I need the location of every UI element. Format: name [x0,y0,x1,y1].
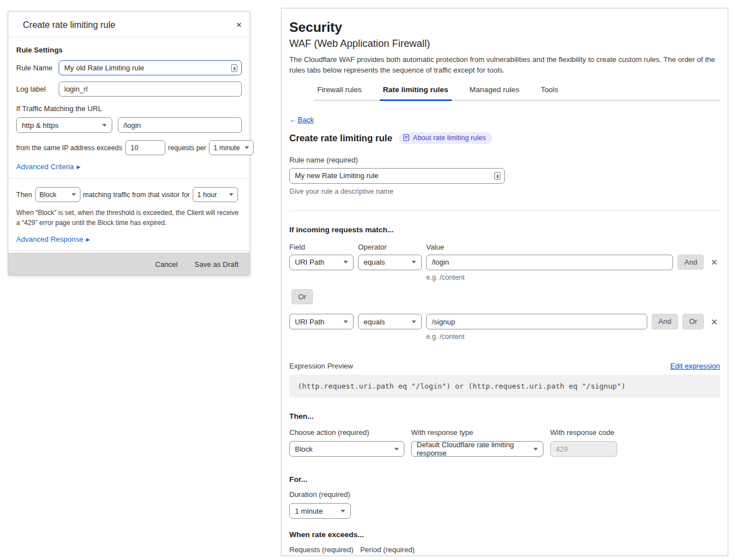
chevron-down-icon [343,261,348,264]
period-select-value: 1 minute [213,144,240,152]
choose-action-select[interactable]: Block [289,441,404,457]
chevron-down-icon [412,320,416,323]
about-rate-limiting-badge[interactable]: About rate limiting rules [399,132,492,144]
and-condition-button[interactable]: And [677,255,704,270]
edit-expression-link[interactable]: Edit expression [670,362,720,370]
rule-name-input[interactable] [289,168,505,184]
tab-rate-limiting-rules[interactable]: Rate limiting rules [380,85,452,101]
then-label: Then [16,191,32,199]
period-select[interactable]: 1 minute [209,140,254,155]
modal-body: Rule Settings Rule Name Log label If Tra… [8,46,250,267]
period-col: Period (required) 1 minute [360,545,419,556]
remove-condition-icon[interactable]: ✕ [708,317,720,327]
requests-label: Requests (required) [289,545,354,554]
or-condition-button[interactable]: Or [292,289,313,305]
response-type-select[interactable]: Default Cloudflare rate limiting respons… [411,441,543,457]
period-label: Period (required) [360,545,419,554]
url-match-row: http & https [16,117,242,133]
choose-action-value: Block [295,445,313,453]
url-input[interactable] [118,117,242,133]
response-type-value: Default Cloudflare rate limiting respons… [417,441,529,457]
back-link[interactable]: ← Back [289,116,720,124]
close-icon[interactable]: × [236,20,242,30]
field-select[interactable]: URI Path [289,314,354,329]
or-condition-button[interactable]: Or [682,314,704,329]
field-select[interactable]: URI Path [289,255,354,270]
threshold-row: from the same IP address exceeds request… [16,140,242,155]
chevron-down-icon [229,193,233,196]
divider [8,178,250,179]
response-code-label: With response code [550,428,617,437]
value-input[interactable] [426,314,647,329]
value-hint: e.g. /content [426,333,720,341]
advanced-criteria-link[interactable]: Advanced Criteria ▶ [16,162,242,171]
action-select-value: Block [40,191,57,199]
choose-action-label: Choose action (required) [289,428,404,437]
tab-firewall-rules[interactable]: Firewall rules [314,85,365,100]
expression-preview-label: Expression Preview [289,362,353,370]
rule-settings-heading: Rule Settings [16,46,242,54]
chevron-down-icon [394,448,399,451]
field-select-value: URI Path [295,258,324,266]
requests-per-text: requests per [168,144,206,152]
value-hint: e.g. /content [426,274,720,281]
chevron-down-icon [71,193,76,196]
cancel-button[interactable]: Cancel [155,260,178,269]
ban-duration-select[interactable]: 1 hour [193,187,238,202]
remove-condition-icon[interactable]: ✕ [708,257,720,267]
security-waf-panel: Security WAF (Web Application Firewall) … [281,8,728,556]
action-select[interactable]: Block [35,187,80,202]
scheme-select[interactable]: http & https [16,117,112,133]
action-col: Choose action (required) Block [289,428,404,457]
chevron-down-icon [343,320,348,323]
back-arrow-icon: ← [289,116,297,124]
duration-label: Duration (required) [289,490,720,499]
operator-select-value: equals [364,258,385,266]
duration-value: 1 minute [295,507,323,515]
chevron-down-icon [341,510,345,513]
match-section-heading: If incoming requests match... [289,226,720,234]
operator-select[interactable]: equals [358,314,422,329]
response-code-input [550,441,617,457]
requests-count-input[interactable] [125,140,165,155]
waf-tabs: Firewall rules Rate limiting rules Manag… [314,85,720,100]
waf-description: The Cloudflare WAF provides both automat… [289,55,720,76]
expression-code: (http.request.uri.path eq "/login") or (… [289,375,720,398]
value-input[interactable] [426,255,673,270]
block-note-text: When “Block” is set, when the threshold … [16,208,242,228]
chevron-down-icon [412,261,416,264]
modal-header: Create rate limiting rule × [8,12,250,37]
then-controls: Choose action (required) Block With resp… [289,428,720,457]
duration-select[interactable]: 1 minute [289,503,351,519]
spacer [289,341,720,362]
autofill-icon[interactable] [231,64,237,72]
tab-managed-rules[interactable]: Managed rules [466,85,523,100]
operator-select[interactable]: equals [358,255,422,270]
rule-name-wrap [59,60,242,75]
rule-name-label: Rule name (required) [289,156,720,164]
rule-name-input[interactable] [59,60,242,75]
log-label-input[interactable] [59,82,242,97]
doc-icon [403,134,409,141]
modal-footer: Cancel Save as Draft [8,253,250,275]
value-input-wrap [426,255,673,270]
advanced-response-link[interactable]: Advanced Response ▶ [16,235,242,243]
tab-tools[interactable]: Tools [537,85,562,100]
and-condition-button[interactable]: And [652,314,678,329]
save-as-draft-button[interactable]: Save as Draft [194,260,238,269]
scheme-select-value: http & https [22,121,59,130]
modal-title: Create rate limiting rule [23,20,115,30]
then-section-heading: Then... [289,412,720,420]
chevron-down-icon [102,124,107,127]
log-label-row: Log label [16,82,242,97]
condition-column-labels: Field Operator Value [289,243,720,251]
field-column-label: Field [289,243,354,251]
duration-col: Duration (required) 1 minute [289,490,720,519]
operator-select-value: equals [364,318,385,326]
condition-row-2: URI Path equals And Or ✕ [289,314,720,329]
response-type-col: With response type Default Cloudflare ra… [411,428,543,457]
rule-name-row: Rule Name [16,60,242,75]
autofill-icon[interactable] [494,172,500,180]
about-badge-label: About rate limiting rules [413,134,486,142]
rate-section-heading: When rate exceeds... [289,530,720,539]
